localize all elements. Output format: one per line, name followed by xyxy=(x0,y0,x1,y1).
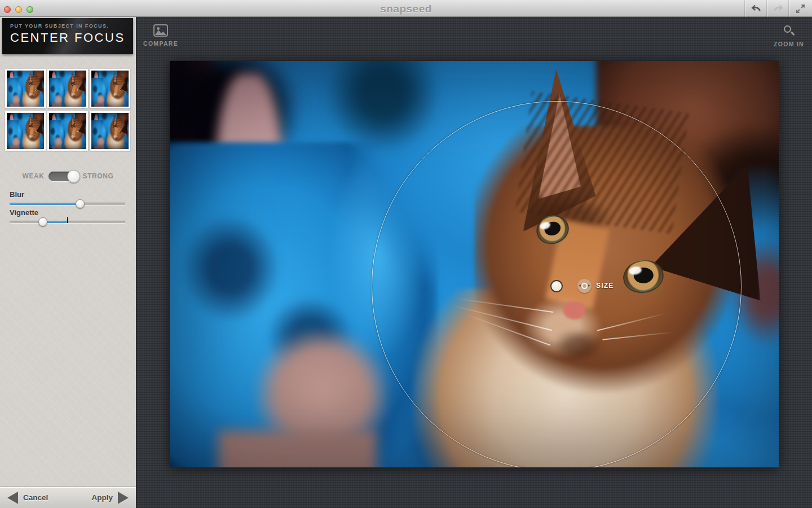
compare-button[interactable]: COMPARE xyxy=(141,24,180,47)
filter-title: CENTER FOCUS xyxy=(10,30,133,45)
preset-preview xyxy=(49,113,86,149)
magnifier-icon xyxy=(783,25,795,37)
compare-label: COMPARE xyxy=(143,40,178,47)
apply-button[interactable]: Apply xyxy=(91,492,129,504)
cancel-label: Cancel xyxy=(23,493,48,502)
filter-header: PUT YOUR SUBJECT IN FOCUS. CENTER FOCUS xyxy=(2,18,133,54)
vignette-default-tick xyxy=(67,217,68,223)
preset-thumbnail-1[interactable] xyxy=(5,69,46,108)
strength-toggle[interactable] xyxy=(48,172,79,181)
strength-row: WEAK STRONG xyxy=(0,169,136,183)
vignette-slider-group: Vignette xyxy=(10,208,125,223)
cancel-arrow-icon xyxy=(7,492,18,504)
sidebar: PUT YOUR SUBJECT IN FOCUS. CENTER FOCUS xyxy=(0,17,136,508)
size-label: SIZE xyxy=(596,282,614,290)
blur-slider-knob[interactable] xyxy=(76,199,85,208)
preset-preview xyxy=(49,71,86,107)
snapseed-window: snapseed PUT YOUR xyxy=(0,0,812,508)
preset-thumbnail-4[interactable] xyxy=(5,111,46,151)
resize-ring-icon xyxy=(581,283,588,289)
blur-slider-fill xyxy=(10,203,80,205)
editor-canvas: COMPARE ZOOM IN xyxy=(136,17,812,508)
preset-thumbnail-3[interactable] xyxy=(90,69,130,108)
vignette-slider-knob[interactable] xyxy=(38,217,47,226)
vignette-slider-track[interactable] xyxy=(10,221,125,223)
weak-label: WEAK xyxy=(23,172,45,180)
undo-icon xyxy=(751,4,762,13)
titlebar: snapseed xyxy=(0,0,812,17)
redo-button[interactable] xyxy=(767,0,789,17)
preset-thumbnail-5[interactable] xyxy=(47,111,88,151)
focus-center-handle[interactable] xyxy=(550,280,563,292)
blur-slider-group: Blur xyxy=(10,190,125,205)
size-control-button[interactable] xyxy=(577,279,592,293)
apply-label: Apply xyxy=(91,493,113,502)
preset-preview xyxy=(91,71,129,107)
titlebar-actions xyxy=(745,0,811,17)
preset-thumbnail-6[interactable] xyxy=(90,111,130,151)
strong-label: STRONG xyxy=(83,172,114,180)
strength-toggle-knob[interactable] xyxy=(67,170,80,183)
undo-button[interactable] xyxy=(745,0,767,17)
redo-icon xyxy=(773,4,784,13)
app-title: snapseed xyxy=(0,3,812,15)
sidebar-footer: Cancel Apply xyxy=(0,487,136,508)
preset-grid xyxy=(5,69,131,151)
blur-slider-label: Blur xyxy=(10,190,125,199)
preset-preview xyxy=(7,71,44,107)
preset-thumbnail-2[interactable] xyxy=(47,69,88,108)
zoom-in-label: ZOOM IN xyxy=(774,41,804,47)
image-icon xyxy=(153,24,168,37)
zoom-in-button[interactable]: ZOOM IN xyxy=(769,25,809,47)
cancel-button[interactable]: Cancel xyxy=(7,492,48,504)
blur-slider-track[interactable] xyxy=(10,203,125,205)
filter-subtitle: PUT YOUR SUBJECT IN FOCUS. xyxy=(10,23,133,29)
vignette-slider-label: Vignette xyxy=(10,208,125,217)
preset-preview xyxy=(7,113,44,149)
apply-arrow-icon xyxy=(118,492,129,504)
fullscreen-button[interactable] xyxy=(789,0,811,17)
photo-preview: SIZE xyxy=(170,61,779,467)
fullscreen-icon xyxy=(796,4,805,14)
preset-preview xyxy=(91,113,129,149)
